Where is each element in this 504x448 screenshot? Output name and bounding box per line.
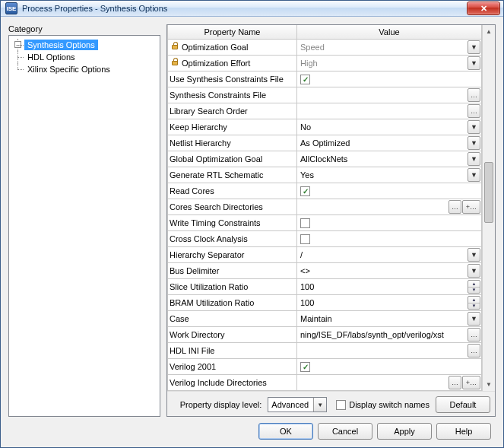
close-icon: ✕ bbox=[480, 4, 487, 14]
dropdown-button[interactable]: ▼ bbox=[468, 248, 480, 262]
dropdown-button[interactable]: ▼ bbox=[468, 56, 480, 70]
property-value[interactable]: AllClockNets bbox=[297, 154, 468, 164]
category-label: Category bbox=[8, 24, 160, 33]
close-button[interactable]: ✕ bbox=[467, 2, 500, 15]
property-row: Write Timing Constraints bbox=[168, 215, 482, 231]
dropdown-button[interactable]: ▼ bbox=[468, 168, 480, 182]
spinner-control[interactable]: ▲▼ bbox=[468, 296, 480, 310]
property-name: Keep Hierarchy bbox=[170, 122, 227, 132]
property-value[interactable]: High bbox=[297, 59, 468, 68]
property-value[interactable]: 100 bbox=[297, 282, 468, 291]
property-table: Property Name Value Optimization GoalSpe… bbox=[167, 25, 482, 391]
property-value[interactable]: No bbox=[297, 122, 468, 132]
property-checkbox[interactable] bbox=[300, 234, 310, 244]
property-name: Bus Delimiter bbox=[170, 266, 219, 275]
switch-names-label: Display switch names bbox=[349, 400, 430, 409]
dropdown-button[interactable]: ▼ bbox=[468, 40, 480, 54]
category-tree[interactable]: – Synthesis Options HDL Options Xilinx S… bbox=[8, 35, 160, 417]
browse-button[interactable]: … bbox=[468, 344, 480, 357]
property-checkbox[interactable]: ✓ bbox=[300, 75, 310, 84]
client-area: Category – Synthesis Options HDL Options… bbox=[1, 17, 503, 447]
property-row: HDL INI File… bbox=[168, 343, 482, 359]
property-row: Synthesis Constraints File… bbox=[168, 87, 482, 103]
property-row: Netlist HierarchyAs Optimized▼ bbox=[168, 135, 482, 151]
property-name: Library Search Order bbox=[170, 106, 248, 116]
cancel-button[interactable]: Cancel bbox=[318, 423, 372, 440]
spinner-control[interactable]: ▲▼ bbox=[468, 280, 480, 294]
property-row: Hierarchy Separator/▼ bbox=[168, 247, 482, 263]
col-header-value[interactable]: Value bbox=[297, 25, 482, 40]
property-name: Hierarchy Separator bbox=[170, 250, 244, 259]
property-row: BRAM Utilization Ratio100▲▼ bbox=[168, 295, 482, 311]
property-row: Read Cores✓ bbox=[168, 183, 482, 199]
property-name: HDL INI File bbox=[170, 346, 215, 355]
dropdown-button[interactable]: ▼ bbox=[468, 264, 480, 278]
browse-button[interactable]: … bbox=[449, 376, 461, 389]
property-value[interactable]: ning/ISE_DF/labs/synth_opt/verilog/xst bbox=[297, 330, 468, 339]
dropdown-button[interactable]: ▼ bbox=[468, 312, 480, 326]
category-item-xilinx[interactable]: Xilinx Specific Options bbox=[24, 64, 113, 75]
property-value[interactable]: As Optimized bbox=[297, 138, 468, 148]
scroll-thumb[interactable] bbox=[484, 162, 493, 223]
property-name: Netlist Hierarchy bbox=[170, 138, 231, 148]
property-row: CaseMaintain▼ bbox=[168, 311, 482, 327]
dialog-buttons: OK Cancel Apply Help bbox=[8, 417, 496, 441]
property-value[interactable]: Yes bbox=[297, 170, 468, 180]
browse-button[interactable]: … bbox=[449, 200, 461, 214]
property-checkbox[interactable]: ✓ bbox=[300, 362, 310, 372]
property-checkbox[interactable] bbox=[300, 218, 310, 228]
display-level-combo[interactable]: Advanced ▼ bbox=[268, 397, 327, 412]
property-name: Verilog Include Directories bbox=[170, 378, 267, 387]
scroll-up-icon[interactable]: ▲ bbox=[483, 25, 495, 38]
col-header-name[interactable]: Property Name bbox=[168, 25, 297, 40]
tree-collapse-icon[interactable]: – bbox=[14, 41, 21, 48]
apply-button[interactable]: Apply bbox=[377, 423, 432, 440]
titlebar[interactable]: ISE Process Properties - Synthesis Optio… bbox=[1, 1, 503, 17]
property-name: Read Cores bbox=[170, 186, 214, 195]
spin-up-icon[interactable]: ▲ bbox=[468, 281, 480, 288]
property-value[interactable]: Maintain bbox=[297, 314, 468, 323]
switch-names-checkbox[interactable] bbox=[336, 400, 346, 410]
property-value[interactable]: 100 bbox=[297, 298, 468, 307]
property-row: Optimization GoalSpeed▼ bbox=[168, 40, 482, 56]
add-button[interactable]: +… bbox=[462, 200, 480, 214]
dropdown-button[interactable]: ▼ bbox=[468, 120, 480, 134]
spin-up-icon[interactable]: ▲ bbox=[468, 297, 480, 303]
spin-down-icon[interactable]: ▼ bbox=[468, 288, 480, 294]
property-name: Optimization Goal bbox=[182, 43, 248, 52]
spin-down-icon[interactable]: ▼ bbox=[468, 303, 480, 310]
property-grid: Property Name Value Optimization GoalSpe… bbox=[166, 24, 496, 417]
property-name: Optimization Effort bbox=[182, 59, 250, 68]
chevron-down-icon: ▼ bbox=[313, 398, 326, 411]
property-row: Slice Utilization Ratio100▲▼ bbox=[168, 279, 482, 295]
dropdown-button[interactable]: ▼ bbox=[468, 136, 480, 150]
property-name: Verilog 2001 bbox=[170, 362, 216, 371]
property-name: Case bbox=[170, 314, 189, 323]
scroll-down-icon[interactable]: ▼ bbox=[483, 378, 495, 391]
vertical-scrollbar[interactable]: ▲ ▼ bbox=[482, 25, 495, 391]
property-name: BRAM Utilization Ratio bbox=[170, 298, 254, 307]
browse-button[interactable]: … bbox=[468, 328, 480, 342]
property-row: Use Synthesis Constraints File✓ bbox=[168, 71, 482, 87]
property-value[interactable]: Speed bbox=[297, 43, 468, 52]
browse-button[interactable]: … bbox=[468, 88, 480, 102]
property-value[interactable]: <> bbox=[297, 266, 468, 275]
add-button[interactable]: +… bbox=[462, 376, 480, 389]
property-name: Synthesis Constraints File bbox=[170, 91, 266, 100]
grid-footer: Property display level: Advanced ▼ Displ… bbox=[167, 391, 495, 416]
dropdown-button[interactable]: ▼ bbox=[468, 152, 480, 166]
category-item-synthesis[interactable]: Synthesis Options bbox=[24, 40, 98, 50]
property-name: Global Optimization Goal bbox=[170, 154, 262, 164]
lock-icon bbox=[170, 42, 180, 52]
default-button[interactable]: Default bbox=[436, 396, 490, 413]
app-icon: ISE bbox=[5, 2, 17, 14]
category-item-hdl[interactable]: HDL Options bbox=[24, 52, 78, 62]
ok-button[interactable]: OK bbox=[258, 423, 313, 440]
property-value[interactable]: / bbox=[297, 250, 468, 259]
category-panel: Category – Synthesis Options HDL Options… bbox=[8, 24, 160, 417]
property-row: Bus Delimiter<>▼ bbox=[168, 263, 482, 279]
property-checkbox[interactable]: ✓ bbox=[300, 186, 310, 196]
help-button[interactable]: Help bbox=[436, 423, 491, 440]
browse-button[interactable]: … bbox=[468, 104, 480, 118]
display-level-value: Advanced bbox=[268, 400, 313, 409]
